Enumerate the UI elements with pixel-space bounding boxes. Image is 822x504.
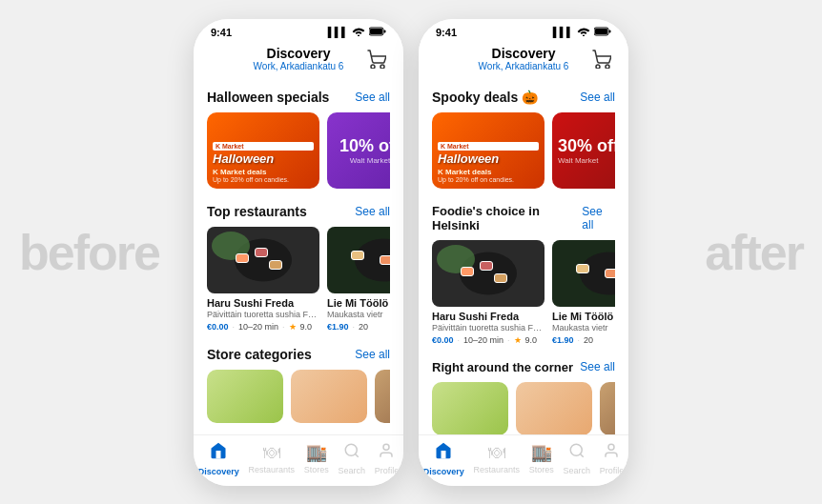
- corner-header: Right around the corner See all: [432, 360, 615, 374]
- nav-restaurants-before[interactable]: 🍽 Restaurants: [249, 443, 296, 474]
- spooky-title: Spooky deals 🎃: [432, 90, 538, 105]
- status-icons-after: ▌▌▌: [553, 27, 611, 38]
- store-card-brown-after[interactable]: [600, 382, 615, 434]
- nav-search-after[interactable]: Search: [563, 442, 590, 475]
- nav-profile-before[interactable]: Profile: [375, 442, 400, 475]
- restaurant-sub-1-after: Päivittäin tuoretta sushia Fredalla: [432, 323, 545, 333]
- nav-search-before[interactable]: Search: [338, 442, 365, 475]
- phone-content-after[interactable]: Spooky deals 🎃 See all K Market Hallowee…: [419, 80, 628, 434]
- svg-rect-1: [370, 29, 382, 34]
- percent-promo-card-before[interactable]: 10% off Walt Market: [327, 112, 390, 189]
- cart-icon-before[interactable]: [363, 46, 390, 72]
- stores-see-all-before[interactable]: See all: [355, 348, 390, 361]
- restaurant-sub-2-after: Maukasta vietr: [552, 323, 615, 333]
- restaurant-sub-2-before: Maukasta vietr: [327, 310, 390, 319]
- nav-profile-icon-before: [378, 442, 395, 464]
- restaurant-card-1-before[interactable]: Haru Sushi Freda Päivittäin tuoretta sus…: [207, 227, 319, 332]
- nav-search-icon-before: [343, 442, 360, 464]
- time-before: 9:41: [211, 27, 232, 38]
- wifi-icon-before: [352, 27, 365, 38]
- kmarket-promo-card-before[interactable]: K Market Halloween K Market deals Up to …: [207, 112, 319, 189]
- price-1-before: €0.00: [207, 322, 229, 332]
- restaurant-sub-1-before: Päivittäin tuoretta sushia Fredalla: [207, 310, 319, 319]
- restaurant-card-2-before[interactable]: Lie Mi Töölö Maukasta vietr €1.90 · 20: [327, 227, 390, 332]
- status-icons-before: ▌▌▌: [328, 27, 386, 38]
- percent-after: 30% off: [558, 136, 615, 156]
- store-card-peach-before[interactable]: [291, 370, 367, 423]
- restaurant-card-1-after[interactable]: Haru Sushi Freda Päivittäin tuoretta sus…: [432, 240, 545, 345]
- bottom-nav-before: Discovery 🍽 Restaurants 🏬 Stores Search: [194, 434, 403, 486]
- phones-container: 9:41 ▌▌▌ Discovery Work, Arkadiankatu 6: [194, 19, 628, 486]
- svg-line-10: [580, 454, 583, 456]
- foodies-see-all[interactable]: See all: [582, 205, 615, 232]
- app-header-after: Discovery Work, Arkadiankatu 6: [419, 42, 628, 80]
- svg-point-5: [383, 444, 389, 450]
- store-card-veggies-before[interactable]: [207, 370, 283, 423]
- restaurants-title-before: Top restaurants: [207, 204, 307, 219]
- halloween-header: Halloween specials See all: [207, 90, 390, 105]
- percent-before: 10% off: [339, 136, 390, 156]
- kmarket-badge-before: K Market: [213, 142, 314, 151]
- nav-restaurants-after[interactable]: 🍽 Restaurants: [474, 443, 521, 474]
- halloween-text-before: Halloween: [213, 152, 314, 166]
- bottom-nav-after: Discovery 🍽 Restaurants 🏬 Stores Search: [419, 434, 628, 486]
- time-1-after: 10–20 min: [463, 335, 503, 345]
- app-subtitle-after: Work, Arkadiankatu 6: [479, 61, 569, 71]
- nav-stores-label-after: Stores: [529, 465, 554, 474]
- section-restaurants-before: Top restaurants See all H: [194, 194, 403, 337]
- header-title-before: Discovery Work, Arkadiankatu 6: [254, 46, 344, 71]
- kmarket-badge-after: K Market: [438, 142, 539, 151]
- wifi-icon-after: [577, 27, 590, 38]
- halloween-text-after: Halloween: [438, 152, 539, 166]
- phone-content-before[interactable]: Halloween specials See all K Market Hall…: [194, 80, 403, 434]
- restaurants-see-all-before[interactable]: See all: [355, 205, 390, 218]
- price-2-after: €1.90: [552, 335, 574, 345]
- kmarket-promo-card-after[interactable]: K Market Halloween K Market deals Up to …: [432, 112, 545, 189]
- nav-search-label-after: Search: [563, 466, 590, 475]
- nav-profile-after[interactable]: Profile: [600, 442, 625, 475]
- store-card-veggies-after[interactable]: [432, 382, 508, 434]
- sushi-visual-2: [327, 227, 390, 293]
- stores-header-before: Store categories See all: [207, 347, 390, 362]
- corner-title: Right around the corner: [432, 360, 573, 374]
- svg-rect-8: [609, 30, 611, 32]
- before-phone: 9:41 ▌▌▌ Discovery Work, Arkadiankatu 6: [194, 19, 403, 486]
- restaurant-name-1-before: Haru Sushi Freda: [207, 297, 319, 309]
- svg-line-4: [355, 454, 358, 456]
- battery-icon-after: [594, 27, 611, 38]
- time-after: 9:41: [436, 27, 457, 38]
- store-card-peach-after[interactable]: [516, 382, 592, 434]
- nav-stores-after[interactable]: 🏬 Stores: [529, 442, 554, 474]
- header-title-after: Discovery Work, Arkadiankatu 6: [479, 46, 569, 71]
- cart-icon-after[interactable]: [588, 46, 615, 72]
- rating-1-after: 9.0: [525, 335, 538, 345]
- store-card-brown-before[interactable]: [375, 370, 390, 423]
- restaurants-header-before: Top restaurants See all: [207, 204, 390, 219]
- signal-icon-before: ▌▌▌: [328, 27, 348, 37]
- time-2-after: 20: [584, 335, 593, 345]
- corner-see-all[interactable]: See all: [580, 360, 615, 373]
- store-cards-before: [207, 370, 390, 423]
- halloween-see-all[interactable]: See all: [355, 91, 390, 104]
- nav-discovery-label-after: Discovery: [423, 467, 464, 476]
- nav-stores-before[interactable]: 🏬 Stores: [304, 442, 329, 474]
- restaurant-meta-2-after: €1.90 · 20: [552, 335, 615, 345]
- nav-profile-label-after: Profile: [600, 466, 625, 475]
- percent-promo-card-after[interactable]: 30% off Walt Market: [552, 112, 615, 189]
- spooky-see-all[interactable]: See all: [580, 91, 615, 104]
- nav-discovery-after[interactable]: Discovery: [423, 441, 464, 476]
- restaurant-card-2-after[interactable]: Lie Mi Töölö Maukasta vietr €1.90 · 20: [552, 240, 615, 345]
- nav-discovery-before[interactable]: Discovery: [198, 441, 239, 476]
- nav-stores-icon-after: 🏬: [531, 442, 552, 463]
- store-name-after: Walt Market: [558, 156, 615, 165]
- halloween-cards: K Market Halloween K Market deals Up to …: [207, 112, 390, 189]
- restaurant-img-2-before: [327, 227, 390, 293]
- restaurant-img-2-after: [552, 240, 615, 307]
- svg-point-9: [570, 444, 582, 455]
- nav-search-icon-after: [568, 442, 586, 464]
- nav-restaurants-icon-before: 🍽: [263, 443, 280, 463]
- section-corner: Right around the corner See all: [419, 351, 628, 434]
- nav-profile-label-before: Profile: [375, 466, 400, 475]
- nav-restaurants-label-after: Restaurants: [474, 465, 521, 474]
- sushi-visual-1: [207, 227, 319, 293]
